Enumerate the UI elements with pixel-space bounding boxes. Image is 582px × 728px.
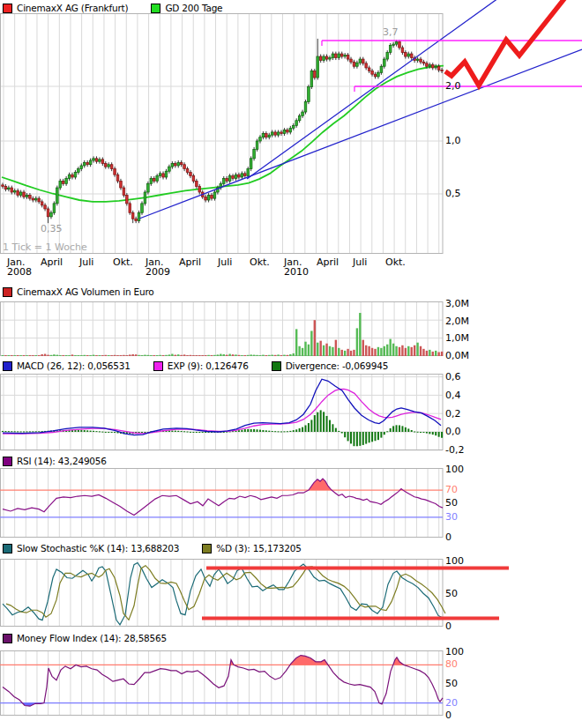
y-axis-label: 50 xyxy=(445,498,458,509)
rsi-legend: RSI (14): 43,249056 xyxy=(3,456,107,466)
legend-label: CinemaxX AG (Frankfurt) xyxy=(17,3,128,13)
stock-chart-page: CinemaxX AG (Frankfurt) GD 200 Tage 3,7 … xyxy=(0,0,582,728)
legend-label: Slow Stochastic %K (14): 13,688203 xyxy=(17,543,179,553)
legend-label: %D (3): 15,173205 xyxy=(216,543,302,553)
series-swatch xyxy=(3,4,12,13)
y-axis-label: 3,0M xyxy=(445,299,469,309)
x-axis-label: April xyxy=(41,257,63,267)
y-axis-label: 1,0M xyxy=(445,333,469,344)
series-swatch xyxy=(3,457,12,466)
y-axis-label: 0,2 xyxy=(445,409,461,420)
legend-item: GD 200 Tage xyxy=(151,3,222,13)
series-swatch xyxy=(272,361,281,371)
y-axis-label: 20 xyxy=(445,698,458,709)
legend-item: CinemaxX AG (Frankfurt) xyxy=(3,3,128,13)
price-legend: CinemaxX AG (Frankfurt) GD 200 Tage xyxy=(3,3,222,13)
legend-item: MACD (26, 12): 0,056531 xyxy=(3,360,131,371)
y-axis-label: 100 xyxy=(445,464,464,475)
low-price-label: 0,35 xyxy=(41,224,63,234)
legend-item: Money Flow Index (14): 28,58565 xyxy=(3,633,167,643)
mfi-legend: Money Flow Index (14): 28,58565 xyxy=(3,633,167,643)
volume-legend: CinemaxX AG Volumen in Euro xyxy=(3,286,154,297)
y-axis-label: 0,5 xyxy=(445,189,461,199)
y-axis-label: 70 xyxy=(445,485,458,495)
x-axis-label: Jan.2008 xyxy=(7,257,32,277)
series-swatch xyxy=(3,287,12,297)
y-axis-label: 2,0 xyxy=(445,81,461,92)
level-high-label: 3,7 xyxy=(383,27,399,38)
series-swatch xyxy=(202,544,212,553)
legend-label: MACD (26, 12): 0,056531 xyxy=(17,360,131,371)
legend-label: GD 200 Tage xyxy=(165,3,222,13)
macd-legend: MACD (26, 12): 0,056531 EXP (9): 0,12647… xyxy=(3,360,388,371)
x-axis-label: Jan.2009 xyxy=(146,257,170,277)
y-axis-label: -0,2 xyxy=(445,445,464,456)
series-swatch xyxy=(153,361,163,371)
series-swatch xyxy=(3,361,12,371)
legend-item: %D (3): 15,173205 xyxy=(202,543,302,553)
y-axis-label: 50 xyxy=(445,679,458,689)
y-axis-label: 0,4 xyxy=(445,390,461,401)
y-axis-label: 0,6 xyxy=(445,372,461,383)
y-axis-label: 1,0 xyxy=(445,136,461,146)
y-axis-label: 30 xyxy=(445,512,458,523)
legend-item: CinemaxX AG Volumen in Euro xyxy=(3,286,154,297)
legend-item: Slow Stochastic %K (14): 13,688203 xyxy=(3,543,179,553)
legend-label: Divergence: -0,069945 xyxy=(286,360,388,371)
x-axis-label: April xyxy=(317,257,339,267)
legend-item: Divergence: -0,069945 xyxy=(272,360,388,371)
y-axis-label: 0 xyxy=(445,621,451,632)
series-swatch xyxy=(3,544,12,553)
x-axis-label: Okt. xyxy=(250,257,270,267)
y-axis-label: 0 xyxy=(445,710,451,721)
legend-label: RSI (14): 43,249056 xyxy=(17,456,107,466)
tick-note: 1 Tick = 1 Woche xyxy=(3,242,87,253)
x-axis-label: Okt. xyxy=(385,257,406,267)
legend-item: RSI (14): 43,249056 xyxy=(3,456,107,466)
x-axis-label: Juli xyxy=(79,257,93,267)
x-axis-label: Juli xyxy=(353,257,367,267)
y-axis-label: 0,0M xyxy=(445,351,469,361)
legend-label: EXP (9): 0,126476 xyxy=(168,360,249,371)
x-axis-label: Jan.2010 xyxy=(284,257,309,277)
y-axis-label: 0 xyxy=(445,532,451,543)
legend-item: EXP (9): 0,126476 xyxy=(153,360,249,371)
legend-label: CinemaxX AG Volumen in Euro xyxy=(17,286,154,297)
stochastic-legend: Slow Stochastic %K (14): 13,688203 %D (3… xyxy=(3,543,302,553)
legend-label: Money Flow Index (14): 28,58565 xyxy=(17,633,167,643)
y-axis-label: 50 xyxy=(445,589,458,599)
y-axis-label: 0,0 xyxy=(445,427,461,437)
y-axis-label: 100 xyxy=(445,556,464,567)
series-swatch xyxy=(3,634,12,643)
y-axis-label: 2,0M xyxy=(445,316,469,327)
x-axis-label: Juli xyxy=(218,257,232,267)
series-swatch xyxy=(151,4,160,13)
x-axis-label: April xyxy=(179,257,201,267)
y-axis-label: 100 xyxy=(445,647,464,657)
y-axis-label: 80 xyxy=(445,659,458,670)
x-axis-label: Okt. xyxy=(113,257,133,267)
